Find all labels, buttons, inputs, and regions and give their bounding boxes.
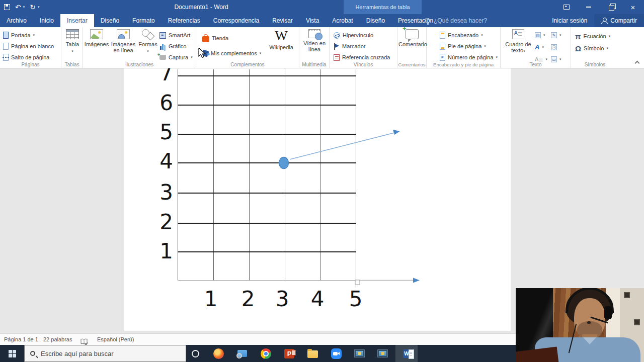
mis-complementos-button[interactable]: Mis complementos▾ xyxy=(202,48,261,58)
smartart-button[interactable]: SmartArt xyxy=(159,30,190,40)
picture-icon xyxy=(90,29,103,39)
group-tablas: Tabla▾ Tablas xyxy=(61,27,83,68)
video-en-linea-button[interactable]: Vídeo en línea xyxy=(302,29,327,52)
share-button[interactable]: Compartir xyxy=(594,14,644,27)
word-icon: W xyxy=(403,349,410,358)
tab-vista[interactable]: Vista xyxy=(299,14,326,27)
app-thumbnail-icon xyxy=(354,349,365,357)
title-bar: ↶ ▾ ↻ ▾ Documento1 - Word Herramientas d… xyxy=(0,0,644,14)
formas-button[interactable]: Formas▾ xyxy=(137,29,158,54)
simbolo-button[interactable]: ΩSímbolo▾ xyxy=(575,43,608,53)
tab-acrobat[interactable]: Acrobat xyxy=(326,14,359,27)
ecuacion-button[interactable]: πEcuación▾ xyxy=(575,31,610,41)
referencia-cruzada-button[interactable]: Referencia cruzada xyxy=(334,52,390,62)
imagenes-button[interactable]: Imágenes xyxy=(84,29,109,47)
tienda-button[interactable]: Tienda xyxy=(202,33,228,43)
tabla-button[interactable]: Tabla▾ xyxy=(64,29,81,54)
magnifier-screen-icon xyxy=(237,350,247,357)
zoom-app-button[interactable] xyxy=(326,345,346,362)
wikipedia-button[interactable]: W Wikipedia xyxy=(267,29,296,50)
qat-customize-icon[interactable]: ▾ xyxy=(38,5,40,9)
search-icon xyxy=(30,351,35,356)
webcam-shirt-collar xyxy=(580,337,599,345)
marcador-button[interactable]: Marcador xyxy=(334,41,365,51)
pie-de-pagina-button[interactable]: Pie de página▾ xyxy=(440,41,486,51)
tab-correspondencia[interactable]: Correspondencia xyxy=(207,14,266,27)
restore-button[interactable] xyxy=(600,0,622,14)
tell-me-box[interactable]: ¿Qué desea hacer? xyxy=(425,14,487,27)
start-button[interactable] xyxy=(0,345,24,362)
folder-icon xyxy=(307,350,318,358)
redo-icon[interactable]: ↻ xyxy=(30,4,36,11)
minimize-icon xyxy=(586,7,591,8)
tab-inicio[interactable]: Inicio xyxy=(33,14,60,27)
bookmark-icon xyxy=(334,43,340,50)
firefox-button[interactable] xyxy=(208,345,228,362)
cuadro-de-texto-button[interactable]: Cuadro de texto▾ xyxy=(505,29,532,54)
tab-tabla-diseno[interactable]: Diseño xyxy=(360,14,391,27)
magnifier-app-button[interactable] xyxy=(232,345,252,362)
tab-archivo[interactable]: Archivo xyxy=(0,14,33,27)
group-texto: Cuadro de texto▾ ▤▾ ✎▾ A▾ 🕓 A≣▾ ▭▾ Texto xyxy=(501,27,571,68)
wordart-button[interactable]: A▾ xyxy=(535,42,544,52)
comentario-button[interactable]: Comentario xyxy=(398,29,426,47)
tab-diseno[interactable]: Diseño xyxy=(94,14,126,27)
pagina-en-blanco-button[interactable]: Página en blanco xyxy=(3,41,54,51)
word-taskbar-button[interactable]: W xyxy=(395,345,418,362)
firefox-icon xyxy=(213,348,224,359)
tell-me-label: ¿Qué desea hacer? xyxy=(434,17,487,24)
ribbon-display-options-button[interactable] xyxy=(555,0,578,14)
grafico-button[interactable]: Gráfico xyxy=(159,41,186,51)
share-person-icon xyxy=(601,18,607,24)
fecha-y-hora-button[interactable]: 🕓 xyxy=(551,42,557,52)
file-explorer-button[interactable] xyxy=(302,345,323,362)
hipervinculo-button[interactable]: Hipervínculo xyxy=(334,30,373,40)
encabezado-button[interactable]: Encabezado▾ xyxy=(440,30,483,40)
language-status[interactable]: Español (Perú) xyxy=(97,334,134,345)
tab-referencias[interactable]: Referencias xyxy=(162,14,207,27)
app-thumbnail-icon xyxy=(377,349,388,357)
header-icon xyxy=(440,32,445,39)
screenshot-icon xyxy=(159,55,166,60)
quick-parts-icon: ▤ xyxy=(535,32,541,38)
windows-logo-icon xyxy=(9,350,16,357)
sign-in-button[interactable]: Iniciar sesión xyxy=(545,14,594,27)
elementos-rapidos-button[interactable]: ▤▾ xyxy=(535,30,545,40)
taskbar-search[interactable] xyxy=(24,345,186,362)
tab-insertar[interactable]: Insertar xyxy=(60,14,94,27)
app-thumbnail-button-2[interactable] xyxy=(372,345,392,362)
chrome-button[interactable] xyxy=(256,345,276,362)
close-button[interactable]: × xyxy=(622,0,644,14)
wordart-icon: A xyxy=(535,44,539,50)
word-count-status[interactable]: 22 palabras xyxy=(43,334,72,345)
group-ilustraciones: Imágenes Imágenes en línea Formas▾ Smart… xyxy=(83,27,196,68)
undo-caret-icon[interactable]: ▾ xyxy=(23,5,25,9)
firma-button[interactable]: ✎▾ xyxy=(551,30,561,40)
cortana-icon xyxy=(192,350,199,357)
imagenes-en-linea-button[interactable]: Imágenes en línea xyxy=(110,29,136,53)
plotted-point[interactable] xyxy=(279,157,289,169)
selection-handle[interactable] xyxy=(355,280,360,285)
undo-icon[interactable]: ↶ xyxy=(15,4,21,11)
app-thumbnail-button-1[interactable] xyxy=(349,345,369,362)
tab-formato[interactable]: Formato xyxy=(126,14,162,27)
collapse-ribbon-button[interactable] xyxy=(635,61,640,66)
webcam-overlay xyxy=(516,288,644,362)
powerpoint-button[interactable]: P xyxy=(279,345,299,362)
tab-revisar[interactable]: Revisar xyxy=(266,14,299,27)
chrome-icon xyxy=(261,348,271,359)
hyperlink-icon xyxy=(334,32,340,39)
minimize-button[interactable] xyxy=(578,0,600,14)
chart-icon xyxy=(159,43,166,50)
save-icon[interactable] xyxy=(4,4,10,10)
numero-de-pagina-button[interactable]: Número de página▾ xyxy=(440,52,498,62)
page-count-status[interactable]: Página 1 de 1 xyxy=(4,334,38,345)
salto-de-pagina-button[interactable]: Salto de página xyxy=(3,52,49,62)
cortana-button[interactable] xyxy=(185,345,205,362)
window-controls: × xyxy=(555,0,644,14)
search-input[interactable] xyxy=(40,349,171,358)
diagonal-arrow-line[interactable] xyxy=(290,132,396,159)
quick-access-toolbar: ↶ ▾ ↻ ▾ xyxy=(4,0,40,14)
captura-button[interactable]: Captura▾ xyxy=(159,52,193,62)
portada-button[interactable]: Portada▾ xyxy=(3,30,35,40)
